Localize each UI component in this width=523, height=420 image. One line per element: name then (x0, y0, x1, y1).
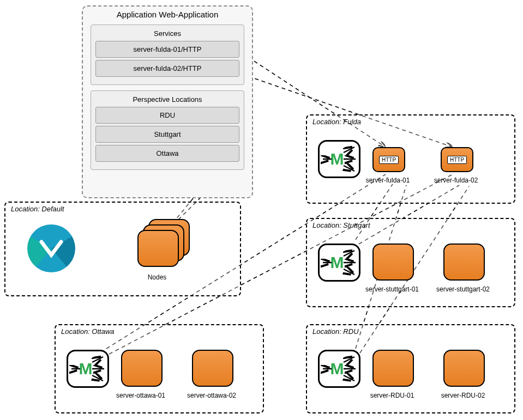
server-label: server-RDU-02 (425, 392, 501, 399)
svg-line-28 (92, 357, 103, 362)
http-badge: HTTP (379, 156, 399, 164)
server-label: server-stuttgart-02 (425, 285, 501, 293)
panel-title-stuttgart: Location: Stuttgart (312, 221, 370, 229)
panel-title-fulda: Location: Fulda (312, 118, 361, 126)
server-label: server-fulda-02 (418, 176, 494, 184)
minion-icon: M (318, 244, 360, 282)
svg-text:M: M (79, 360, 93, 378)
services-title: Services (95, 29, 239, 38)
service-item[interactable]: server-fulda-01/HTTP (95, 41, 239, 58)
server-label: server-stuttgart-01 (354, 285, 430, 293)
svg-line-23 (344, 357, 354, 362)
server-node (443, 350, 485, 387)
svg-line-15 (344, 166, 354, 171)
server-label: server-ottawa-02 (173, 392, 250, 399)
svg-line-25 (344, 375, 354, 381)
perspective-panel: Perspective Locations RDU Stuttgart Otta… (91, 90, 244, 170)
svg-line-30 (92, 375, 103, 381)
server-label: server-fulda-01 (350, 176, 426, 184)
config-title: Application Web-Application (83, 7, 252, 21)
nodes-stack (137, 230, 179, 267)
perspective-item[interactable]: Ottawa (95, 145, 239, 162)
panel-default: Location: Default Nodes (4, 202, 241, 296)
minion-icon: M (67, 350, 109, 388)
svg-text:M: M (330, 360, 344, 378)
panel-rdu: Location: RDU M server-RDU-01 server-RDU… (306, 324, 515, 413)
panel-ottawa: Location: Ottawa M server-ottawa-01 serv… (55, 324, 264, 413)
perspective-item[interactable]: RDU (95, 107, 239, 124)
panel-title-rdu: Location: RDU (312, 327, 359, 336)
server-node (443, 244, 485, 281)
server-node (372, 244, 414, 281)
http-badge: HTTP (447, 156, 467, 164)
server-node (372, 350, 414, 387)
panel-fulda: Location: Fulda M HTTP server-fulda-01 H… (306, 114, 515, 204)
server-node (121, 350, 163, 387)
server-node: HTTP (372, 147, 405, 172)
perspective-item[interactable]: Stuttgart (95, 126, 239, 143)
panel-stuttgart: Location: Stuttgart M server-stuttgart-0… (306, 218, 515, 307)
nodes-label: Nodes (119, 273, 195, 281)
svg-text:M: M (330, 150, 344, 168)
minion-icon: M (318, 140, 360, 178)
server-node: HTTP (441, 147, 473, 172)
services-panel: Services server-fulda-01/HTTP server-ful… (91, 25, 244, 85)
svg-line-18 (344, 251, 354, 256)
svg-point-0 (106, 300, 303, 315)
server-label: server-RDU-01 (354, 392, 430, 399)
server-node (192, 350, 233, 387)
service-item[interactable]: server-fulda-02/HTTP (95, 60, 239, 77)
svg-text:M: M (330, 253, 344, 271)
panel-title-ottawa: Location: Ottawa (61, 327, 115, 336)
svg-line-20 (344, 269, 354, 275)
config-panel: Application Web-Application Services ser… (82, 5, 253, 198)
panel-title-default: Location: Default (11, 205, 64, 213)
server-label: server-ottawa-01 (103, 392, 179, 399)
svg-line-13 (344, 147, 354, 153)
minion-icon: M (318, 350, 360, 388)
perspective-title: Perspective Locations (95, 95, 239, 104)
opennms-logo-icon (27, 224, 75, 272)
